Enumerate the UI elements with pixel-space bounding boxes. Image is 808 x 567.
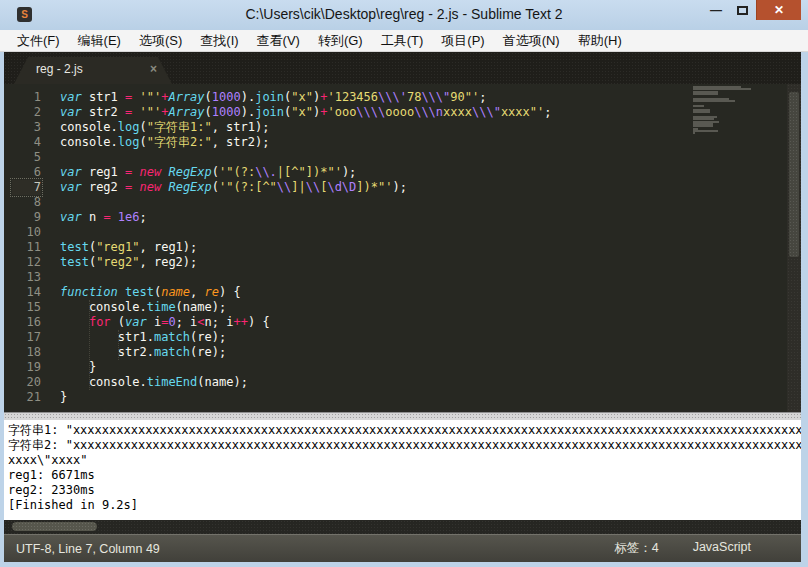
code-line-8: 8 (4, 195, 801, 210)
panel-splitter[interactable] (4, 412, 801, 420)
status-tab-size[interactable]: 标签：4 (614, 540, 658, 557)
menu-item-0[interactable]: 文件(F) (8, 30, 69, 52)
minimap-row (693, 100, 735, 102)
line-number: 10 (12, 225, 41, 240)
code-text: console.time(name); (60, 300, 226, 315)
horizontal-scrollbar[interactable] (4, 520, 801, 534)
sublime-text-window: S C:\Users\cik\Desktop\reg\reg - 2.js - … (0, 0, 808, 567)
horizontal-scrollbar-thumb[interactable] (12, 522, 97, 531)
line-number: 7 (12, 180, 41, 195)
close-button[interactable]: ✕ (756, 0, 801, 20)
tab-close-icon[interactable]: × (150, 62, 157, 76)
vertical-scrollbar[interactable] (787, 84, 801, 412)
code-line-21: 21} (4, 390, 801, 405)
maximize-button[interactable] (730, 0, 754, 20)
tab-reg-2-js[interactable]: reg - 2.js × (14, 57, 172, 84)
code-text: for (var i=0; i<n; i++) { (60, 315, 270, 330)
code-line-3: 3console.log("字符串1:", str1); (4, 120, 801, 135)
code-text: function test(name, re) { (60, 285, 241, 300)
menu-item-2[interactable]: 选项(S) (130, 30, 191, 52)
line-number: 11 (12, 240, 41, 255)
code-line-1: 1var str1 = '"'+Array(1000).join("x")+'1… (4, 90, 801, 105)
code-text: var str2 = '"'+Array(1000).join("x")+'oo… (60, 105, 551, 120)
code-text: str1.match(re); (60, 330, 226, 345)
menu-item-1[interactable]: 编辑(E) (69, 30, 130, 52)
output-line-2: 字符串2: "xxxxxxxxxxxxxxxxxxxxxxxxxxxxxxxxx… (8, 438, 801, 453)
line-number: 18 (12, 345, 41, 360)
output-line-5: reg2: 2330ms (8, 483, 801, 498)
title-bar[interactable]: S C:\Users\cik\Desktop\reg\reg - 2.js - … (0, 0, 808, 30)
line-number: 1 (12, 90, 41, 105)
minimap-row (693, 93, 718, 95)
code-line-17: 17 str1.match(re); (4, 330, 801, 345)
code-text: var str1 = '"'+Array(1000).join("x")+'12… (60, 90, 486, 105)
maximize-icon (737, 6, 748, 15)
vertical-scrollbar-thumb[interactable] (789, 92, 799, 257)
code-text: var reg1 = new RegExp('"(?:\\.|[^"])*"')… (60, 165, 356, 180)
code-line-4: 4console.log("字符串2:", str2); (4, 135, 801, 150)
menu-item-3[interactable]: 查找(I) (191, 30, 247, 52)
line-number: 16 (12, 315, 41, 330)
menu-bar: 文件(F)编辑(E)选项(S)查找(I)查看(V)转到(G)工具(T)项目(P)… (0, 30, 808, 52)
code-line-5: 5 (4, 150, 801, 165)
code-text: var reg2 = new RegExp('"(?:[^"\\]|\\[\d\… (60, 180, 407, 195)
line-number: 8 (12, 195, 41, 210)
code-lines: 1var str1 = '"'+Array(1000).join("x")+'1… (4, 90, 801, 405)
menu-item-6[interactable]: 工具(T) (372, 30, 433, 52)
line-number: 19 (12, 360, 41, 375)
line-number: 17 (12, 330, 41, 345)
code-line-16: 16 for (var i=0; i<n; i++) { (4, 315, 801, 330)
code-text: test("reg2", reg2); (60, 255, 197, 270)
menu-item-5[interactable]: 转到(G) (309, 30, 372, 52)
output-line-1: 字符串1: "xxxxxxxxxxxxxxxxxxxxxxxxxxxxxxxxx… (8, 423, 801, 438)
code-line-6: 6var reg1 = new RegExp('"(?:\\.|[^"])*"'… (4, 165, 801, 180)
line-number: 13 (12, 270, 41, 285)
code-line-7: 7var reg2 = new RegExp('"(?:[^"\\]|\\[\d… (4, 180, 801, 195)
output-line-4: reg1: 6671ms (8, 468, 801, 483)
menu-item-8[interactable]: 首选项(N) (494, 30, 569, 52)
code-line-15: 15 console.time(name); (4, 300, 801, 315)
indent-guide (118, 330, 119, 360)
code-text: console.log("字符串1:", str1); (60, 120, 269, 135)
minimize-button[interactable]: — (704, 0, 728, 20)
code-text: console.log("字符串2:", str2); (60, 135, 269, 150)
line-number: 15 (12, 300, 41, 315)
menu-item-4[interactable]: 查看(V) (248, 30, 309, 52)
line-number: 14 (12, 285, 41, 300)
minimap-row (693, 105, 704, 107)
line-number: 6 (12, 165, 41, 180)
minimap-row (693, 130, 718, 132)
code-line-13: 13 (4, 270, 801, 285)
minimap[interactable] (693, 86, 785, 136)
code-text: test("reg1", reg1); (60, 240, 197, 255)
code-line-11: 11test("reg1", reg1); (4, 240, 801, 255)
status-syntax[interactable]: JavaScript (693, 540, 751, 557)
window-body: reg - 2.js × 1var str1 = '"'+Array(1000)… (4, 52, 801, 562)
minimap-row (693, 132, 695, 134)
code-line-12: 12test("reg2", reg2); (4, 255, 801, 270)
tab-bar: reg - 2.js × (4, 52, 801, 84)
code-line-2: 2var str2 = '"'+Array(1000).join("x")+'o… (4, 105, 801, 120)
code-text: } (60, 390, 67, 405)
menu-item-7[interactable]: 项目(P) (432, 30, 493, 52)
line-number: 20 (12, 375, 41, 390)
line-number: 9 (12, 210, 41, 225)
output-line-3: xxxx\"xxxx" (8, 453, 801, 468)
line-number: 12 (12, 255, 41, 270)
minimap-row (693, 111, 710, 113)
status-bar: UTF-8, Line 7, Column 49 标签：4 JavaScript (4, 534, 801, 562)
code-text: str2.match(re); (60, 345, 226, 360)
code-line-9: 9var n = 1e6; (4, 210, 801, 225)
code-text: } (60, 360, 96, 375)
menu-item-9[interactable]: 帮助(H) (569, 30, 631, 52)
code-editor[interactable]: 1var str1 = '"'+Array(1000).join("x")+'1… (4, 84, 801, 412)
line-number: 5 (12, 150, 41, 165)
code-line-20: 20 console.timeEnd(name); (4, 375, 801, 390)
code-line-19: 19 } (4, 360, 801, 375)
indent-guide (89, 300, 90, 390)
tab-label: reg - 2.js (36, 62, 83, 76)
window-title: C:\Users\cik\Desktop\reg\reg - 2.js - Su… (0, 6, 808, 22)
line-number: 3 (12, 120, 41, 135)
status-position: UTF-8, Line 7, Column 49 (16, 542, 160, 556)
code-line-18: 18 str2.match(re); (4, 345, 801, 360)
